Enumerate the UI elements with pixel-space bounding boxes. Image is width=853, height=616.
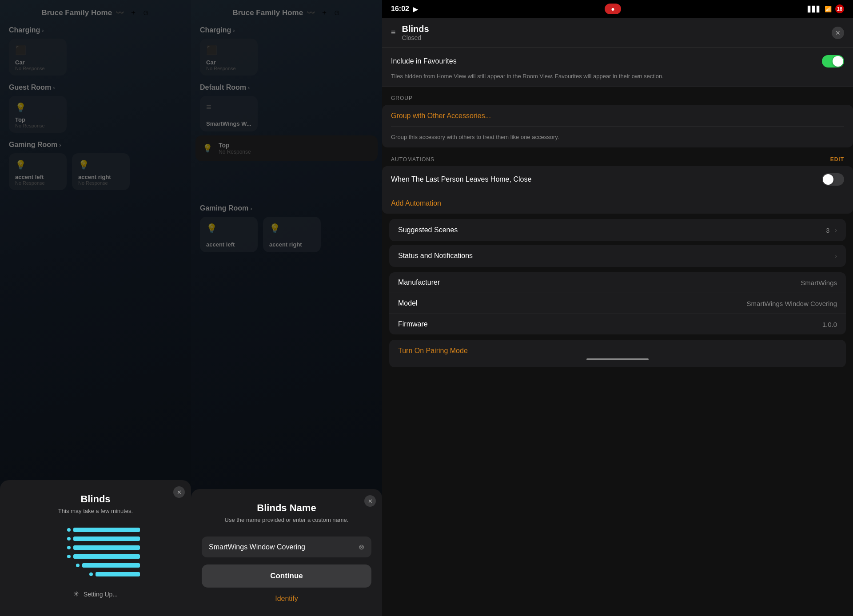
continue-button[interactable]: Continue xyxy=(202,564,371,588)
status-time: 16:02 xyxy=(391,5,409,13)
status-notifications-chevron: › xyxy=(835,252,837,259)
automation-item-label: When The Last Person Leaves Home, Close xyxy=(391,175,531,183)
settings-title-group: Blinds Closed xyxy=(402,24,429,41)
settings-main-title: Blinds xyxy=(402,24,429,34)
record-dot-icon: ● xyxy=(611,5,614,12)
phone2-modal-subtitle: Use the name provided or enter a custom … xyxy=(202,517,371,523)
settings-close-btn[interactable]: ✕ xyxy=(832,27,844,39)
phone2-modal-close[interactable]: ✕ xyxy=(364,495,376,507)
automations-card: When The Last Person Leaves Home, Close … xyxy=(382,166,853,214)
phone1-modal-card: ✕ Blinds This may take a few minutes. xyxy=(0,480,191,616)
pairing-mode-btn[interactable]: Turn On Pairing Mode xyxy=(389,340,846,367)
firmware-value: 1.0.0 xyxy=(822,321,837,328)
manufacturer-value: SmartWings xyxy=(801,279,837,286)
group-desc: Group this accessory with others to trea… xyxy=(391,134,844,140)
phone2-modal-title: Blinds Name xyxy=(202,502,371,514)
phone1-modal-overlay: ✕ Blinds This may take a few minutes. xyxy=(0,0,191,616)
group-section-label: GROUP xyxy=(382,88,853,105)
wifi-icon: 📶 xyxy=(825,6,832,12)
automations-header: AUTOMATIONS EDIT xyxy=(382,149,853,166)
model-row: Model SmartWings Window Covering xyxy=(389,293,846,314)
firmware-row: Firmware 1.0.0 xyxy=(389,314,846,334)
name-input-row: ⊗ xyxy=(202,537,371,557)
phone-panel-2: Bruce Family Home 〰️ ＋ ☺ Charging › ⬛ Ca… xyxy=(191,0,382,616)
manufacturer-label: Manufacturer xyxy=(398,278,440,286)
manufacturer-row: Manufacturer SmartWings xyxy=(389,272,846,293)
setting-up-label: Setting Up... xyxy=(84,591,118,598)
include-favourites-desc: Tiles hidden from Home View will still a… xyxy=(391,73,664,79)
pairing-slider xyxy=(586,358,649,360)
record-button[interactable]: ● xyxy=(605,4,621,14)
phone1-modal-title: Blinds xyxy=(13,493,178,505)
automations-label: AUTOMATIONS xyxy=(391,156,434,163)
group-section: GROUP Group with Other Accessories... Gr… xyxy=(382,88,853,149)
automations-section: AUTOMATIONS EDIT When The Last Person Le… xyxy=(382,149,853,215)
include-favourites-row[interactable]: Include in Favourites Tiles hidden from … xyxy=(382,48,853,87)
blinds-name-input[interactable] xyxy=(209,543,359,551)
suggested-scenes-count: 3 xyxy=(826,227,829,234)
automation-toggle[interactable] xyxy=(822,173,844,186)
automation-item-row: When The Last Person Leaves Home, Close xyxy=(382,166,853,193)
status-notifications-row[interactable]: Status and Notifications › xyxy=(389,245,846,267)
settings-subtitle: Closed xyxy=(402,34,429,41)
phone1-modal-subtitle: This may take a few minutes. xyxy=(13,508,178,514)
include-favourites-toggle[interactable] xyxy=(822,55,844,68)
phone2-name-modal: ✕ Blinds Name Use the name provided or e… xyxy=(191,489,382,616)
phone2-modal-overlay: ✕ Blinds Name Use the name provided or e… xyxy=(191,0,382,616)
suggested-scenes-row[interactable]: Suggested Scenes 3 › xyxy=(389,219,846,241)
hamburger-icon[interactable]: ≡ xyxy=(391,28,396,37)
suggested-scenes-chevron: › xyxy=(835,227,837,234)
status-notifications-label: Status and Notifications xyxy=(398,252,473,260)
spinner-icon: ✳ xyxy=(73,590,79,598)
model-label: Model xyxy=(398,299,418,307)
phone1-modal-close[interactable]: ✕ xyxy=(173,486,185,498)
group-with-accessories-btn[interactable]: Group with Other Accessories... xyxy=(391,112,844,127)
identify-link[interactable]: Identify xyxy=(202,595,371,603)
firmware-label: Firmware xyxy=(398,320,428,328)
nav-arrow-icon: ▶ xyxy=(413,5,418,13)
status-bar: 16:02 ▶ ● ▋▋▋ 📶 18 xyxy=(382,0,853,18)
status-right-area: ▋▋▋ 📶 18 xyxy=(808,4,844,13)
settings-panel: 16:02 ▶ ● ▋▋▋ 📶 18 ≡ Blinds Closed ✕ Inc… xyxy=(382,0,853,616)
add-automation-btn[interactable]: Add Automation xyxy=(382,193,853,214)
automations-edit-btn[interactable]: EDIT xyxy=(830,156,844,163)
blinds-animation-icon xyxy=(69,528,122,576)
notification-badge: 18 xyxy=(835,4,844,13)
suggested-scenes-label: Suggested Scenes xyxy=(398,226,458,234)
pairing-mode-label: Turn On Pairing Mode xyxy=(398,347,468,354)
setting-up-row: ✳ Setting Up... xyxy=(13,590,178,598)
settings-header: ≡ Blinds Closed ✕ xyxy=(382,18,853,48)
group-card: Group with Other Accessories... Group th… xyxy=(382,105,853,147)
signal-icon: ▋▋▋ xyxy=(808,6,821,12)
include-favourites-label: Include in Favourites xyxy=(391,57,457,65)
manufacturer-section: Manufacturer SmartWings Model SmartWings… xyxy=(389,272,846,334)
clear-input-btn[interactable]: ⊗ xyxy=(359,543,364,551)
phone-panel-1: Bruce Family Home 〰️ ＋ ☺ Charging › ⬛ Ca… xyxy=(0,0,191,616)
favourites-section: Include in Favourites Tiles hidden from … xyxy=(382,48,853,88)
model-value: SmartWings Window Covering xyxy=(747,300,837,307)
